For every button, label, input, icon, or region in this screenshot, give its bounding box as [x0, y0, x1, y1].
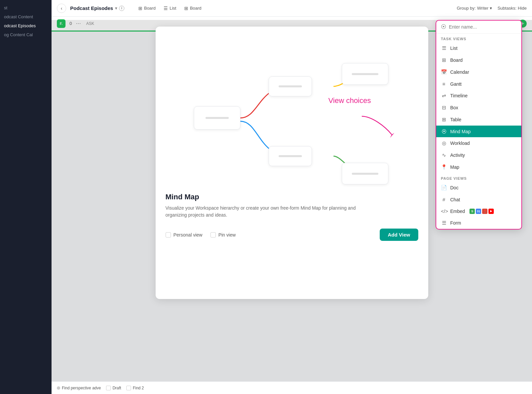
dropdown-search-bar: ⦿: [436, 21, 521, 34]
sidebar-item-3[interactable]: odcast Episodes: [0, 21, 52, 30]
dropdown-embed-label: Embed: [450, 209, 465, 214]
mindmap-node-top-left: [269, 76, 312, 96]
embed-badge-youtube: ▶: [488, 209, 494, 214]
sidebar-item-1[interactable]: st: [0, 3, 52, 12]
dropdown-item-calendar[interactable]: 📅 Calendar: [436, 66, 521, 78]
view-dropdown-panel: ⦿ TASK VIEWS ☰ List ⊞ Board 📅 Calendar ≡…: [436, 20, 522, 230]
group-by-arrow: ▾: [490, 6, 492, 11]
page-title: Podcast Episodes ▾ i: [70, 5, 124, 11]
subtasks-label: Subtasks:: [497, 6, 516, 11]
pin-view-label: Pin view: [218, 232, 236, 238]
embed-badge-sheets: S: [469, 209, 475, 214]
dropdown-mindmap-label: Mind Map: [450, 129, 470, 134]
status-item-1: Find perspective adve: [57, 386, 101, 390]
dropdown-item-map[interactable]: 📍 Map: [436, 161, 521, 173]
board-icon-1: ⊞: [138, 6, 142, 11]
tab-board-1-label: Board: [144, 6, 156, 11]
subtasks-selector[interactable]: Subtasks: Hide: [497, 6, 527, 11]
pin-view-checkbox[interactable]: [210, 232, 216, 238]
node-line: [352, 173, 378, 175]
dropdown-box-label: Box: [450, 105, 458, 110]
sidebar-item-4[interactable]: og Content Cal: [0, 30, 52, 39]
box-icon: ⊟: [441, 105, 447, 111]
dropdown-item-board[interactable]: ⊞ Board: [436, 54, 521, 66]
tab-board-1[interactable]: ⊞ Board: [135, 4, 159, 13]
dropdown-doc-label: Doc: [450, 185, 459, 190]
back-button[interactable]: ‹: [57, 4, 66, 13]
personal-view-option[interactable]: Personal view: [166, 232, 202, 238]
chat-icon: #: [441, 197, 447, 202]
dropdown-timeline-label: Timeline: [450, 93, 467, 98]
add-view-button[interactable]: Add View: [380, 229, 418, 241]
status-item-2: Draft: [106, 386, 121, 390]
mindmap-description: Visualize your Workspace hierarchy or cr…: [166, 205, 358, 219]
mindmap-title: Mind Map: [166, 193, 418, 201]
timeline-icon: ⇌: [441, 93, 447, 99]
dropdown-item-mindmap[interactable]: ⦿ Mind Map: [436, 126, 521, 137]
board-icon-2: ⊞: [184, 6, 188, 11]
status-label-3: Find 2: [133, 386, 144, 390]
node-line: [279, 85, 302, 87]
status-label-1: Find perspective adve: [62, 386, 101, 390]
info-icon[interactable]: i: [119, 6, 124, 11]
annotation-arrow-svg: [358, 113, 398, 140]
dropdown-item-gantt[interactable]: ≡ Gantt: [436, 78, 521, 90]
dropdown-item-doc[interactable]: 📄 Doc: [436, 182, 521, 194]
dropdown-item-chat[interactable]: # Chat: [436, 194, 521, 205]
dropdown-item-table[interactable]: ⊞ Table: [436, 114, 521, 126]
dropdown-item-timeline[interactable]: ⇌ Timeline: [436, 90, 521, 102]
main-content: ‹ Podcast Episodes ▾ i ⊞ Board ☰ List ⊞ …: [52, 0, 532, 394]
mindmap-node-top-right: [342, 63, 388, 85]
node-line: [352, 73, 378, 75]
dropdown-gantt-label: Gantt: [450, 81, 462, 87]
workload-icon: ◎: [441, 140, 447, 146]
mindmap-illustration: View choices: [166, 37, 418, 183]
personal-view-label: Personal view: [174, 232, 202, 238]
embed-badge-calendar: 31: [476, 209, 481, 214]
dropdown-item-box[interactable]: ⊟ Box: [436, 102, 521, 114]
mindmap-node-bottom-right: [342, 163, 388, 184]
dropdown-workload-label: Workload: [450, 141, 470, 146]
sidebar-item-2[interactable]: odcast Content: [0, 12, 52, 21]
topbar: ‹ Podcast Episodes ▾ i ⊞ Board ☰ List ⊞ …: [52, 0, 532, 17]
gantt-icon: ≡: [441, 81, 447, 87]
status-label-2: Draft: [112, 386, 121, 390]
tab-board-2[interactable]: ⊞ Board: [181, 4, 205, 13]
search-input[interactable]: [449, 24, 517, 30]
statusbar: Find perspective adve Draft Find 2: [52, 381, 532, 394]
node-line: [279, 155, 302, 157]
calendar-icon: 📅: [441, 69, 447, 75]
dropdown-item-list[interactable]: ☰ List: [436, 42, 521, 54]
node-line: [205, 117, 229, 119]
dropdown-item-activity[interactable]: ∿ Activity: [436, 149, 521, 161]
dropdown-item-embed[interactable]: </> Embed S 31 📍 ▶: [436, 205, 521, 217]
topbar-right: Group by: Writer ▾ Subtasks: Hide: [457, 6, 527, 11]
status-item-3: Find 2: [126, 386, 144, 390]
draft-checkbox[interactable]: [106, 386, 111, 390]
dropdown-map-label: Map: [450, 164, 459, 170]
group-by-value: Writer: [477, 6, 488, 11]
doc-icon: 📄: [441, 185, 447, 191]
embed-icon: </>: [441, 208, 447, 214]
find2-checkbox[interactable]: [126, 386, 131, 390]
mindmap-icon: ⦿: [441, 129, 447, 134]
dropdown-activity-label: Activity: [450, 152, 465, 158]
dropdown-item-form[interactable]: ☰ Form: [436, 217, 521, 229]
mindmap-node-center: [194, 106, 240, 130]
dropdown-chat-label: Chat: [450, 197, 460, 202]
dropdown-board-label: Board: [450, 57, 463, 63]
dropdown-calendar-label: Calendar: [450, 69, 469, 75]
personal-view-checkbox[interactable]: [166, 232, 171, 238]
group-by-label: Group by:: [457, 6, 476, 11]
page-views-label: PAGE VIEWS: [436, 173, 521, 182]
dropdown-item-workload[interactable]: ◎ Workload: [436, 137, 521, 149]
map-icon: 📍: [441, 164, 447, 170]
board-icon: ⊞: [441, 57, 447, 63]
view-choices-annotation: View choices: [329, 96, 371, 105]
group-by-selector[interactable]: Group by: Writer ▾: [457, 6, 492, 11]
tab-list[interactable]: ☰ List: [160, 4, 180, 13]
task-views-label: TASK VIEWS: [436, 34, 521, 42]
pin-view-option[interactable]: Pin view: [210, 232, 236, 238]
list-icon: ☰: [441, 45, 447, 51]
tab-board-2-label: Board: [190, 6, 201, 11]
